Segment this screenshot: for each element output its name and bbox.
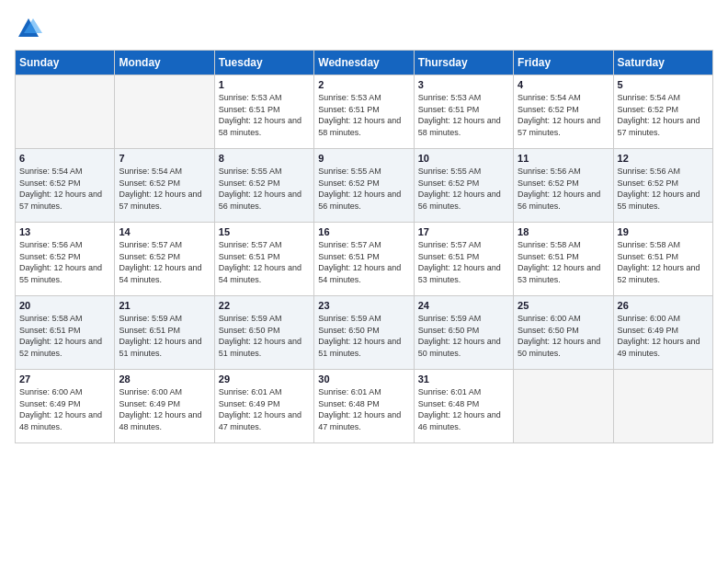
day-number: 21 — [119, 300, 210, 311]
calendar-cell: 1Sunrise: 5:53 AMSunset: 6:51 PMDaylight… — [214, 75, 313, 149]
day-info: Sunrise: 6:00 AMSunset: 6:50 PMDaylight:… — [518, 313, 609, 359]
day-number: 17 — [418, 226, 509, 237]
day-info: Sunrise: 5:58 AMSunset: 6:51 PMDaylight:… — [518, 239, 609, 285]
calendar-cell: 11Sunrise: 5:56 AMSunset: 6:52 PMDayligh… — [514, 149, 613, 223]
day-info: Sunrise: 6:01 AMSunset: 6:48 PMDaylight:… — [318, 386, 409, 432]
day-info: Sunrise: 5:58 AMSunset: 6:51 PMDaylight:… — [618, 239, 709, 285]
weekday-header-sunday: Sunday — [16, 51, 115, 75]
week-row-3: 13Sunrise: 5:56 AMSunset: 6:52 PMDayligh… — [16, 223, 713, 296]
day-info: Sunrise: 5:56 AMSunset: 6:52 PMDaylight:… — [518, 166, 609, 212]
week-row-2: 6Sunrise: 5:54 AMSunset: 6:52 PMDaylight… — [16, 149, 713, 223]
day-info: Sunrise: 5:53 AMSunset: 6:51 PMDaylight:… — [318, 92, 409, 138]
weekday-header-row: SundayMondayTuesdayWednesdayThursdayFrid… — [16, 51, 713, 75]
day-number: 13 — [19, 226, 110, 237]
day-number: 27 — [19, 373, 110, 385]
day-info: Sunrise: 5:54 AMSunset: 6:52 PMDaylight:… — [19, 166, 110, 212]
day-info: Sunrise: 5:56 AMSunset: 6:52 PMDaylight:… — [19, 239, 110, 285]
day-number: 5 — [618, 79, 709, 90]
calendar-cell: 30Sunrise: 6:01 AMSunset: 6:48 PMDayligh… — [314, 370, 414, 443]
calendar-cell — [16, 75, 115, 149]
day-info: Sunrise: 6:01 AMSunset: 6:48 PMDaylight:… — [418, 386, 509, 432]
calendar: SundayMondayTuesdayWednesdayThursdayFrid… — [15, 50, 713, 443]
calendar-cell: 29Sunrise: 6:01 AMSunset: 6:49 PMDayligh… — [214, 370, 313, 443]
day-number: 7 — [119, 153, 210, 164]
day-info: Sunrise: 5:59 AMSunset: 6:50 PMDaylight:… — [418, 313, 509, 359]
day-info: Sunrise: 5:59 AMSunset: 6:51 PMDaylight:… — [119, 313, 210, 359]
calendar-cell: 7Sunrise: 5:54 AMSunset: 6:52 PMDaylight… — [115, 149, 214, 223]
day-info: Sunrise: 5:54 AMSunset: 6:52 PMDaylight:… — [119, 166, 210, 212]
day-number: 11 — [518, 153, 609, 164]
calendar-cell: 26Sunrise: 6:00 AMSunset: 6:49 PMDayligh… — [613, 296, 712, 370]
day-info: Sunrise: 5:57 AMSunset: 6:51 PMDaylight:… — [418, 239, 509, 285]
day-info: Sunrise: 5:55 AMSunset: 6:52 PMDaylight:… — [418, 166, 509, 212]
day-info: Sunrise: 5:59 AMSunset: 6:50 PMDaylight:… — [219, 313, 310, 359]
day-number: 15 — [219, 226, 310, 237]
day-number: 8 — [219, 153, 310, 164]
logo-icon — [15, 15, 42, 42]
calendar-cell: 16Sunrise: 5:57 AMSunset: 6:51 PMDayligh… — [314, 223, 414, 296]
week-row-1: 1Sunrise: 5:53 AMSunset: 6:51 PMDaylight… — [16, 75, 713, 149]
day-info: Sunrise: 6:00 AMSunset: 6:49 PMDaylight:… — [19, 386, 110, 432]
day-number: 25 — [518, 300, 609, 311]
calendar-cell: 3Sunrise: 5:53 AMSunset: 6:51 PMDaylight… — [414, 75, 513, 149]
weekday-header-tuesday: Tuesday — [214, 51, 313, 75]
day-number: 1 — [219, 79, 310, 90]
day-info: Sunrise: 6:00 AMSunset: 6:49 PMDaylight:… — [618, 313, 709, 359]
calendar-cell: 27Sunrise: 6:00 AMSunset: 6:49 PMDayligh… — [16, 370, 115, 443]
calendar-cell: 20Sunrise: 5:58 AMSunset: 6:51 PMDayligh… — [16, 296, 115, 370]
day-number: 20 — [19, 300, 110, 311]
weekday-header-saturday: Saturday — [613, 51, 712, 75]
day-info: Sunrise: 5:57 AMSunset: 6:52 PMDaylight:… — [119, 239, 210, 285]
calendar-cell: 6Sunrise: 5:54 AMSunset: 6:52 PMDaylight… — [16, 149, 115, 223]
weekday-header-friday: Friday — [514, 51, 613, 75]
day-info: Sunrise: 5:54 AMSunset: 6:52 PMDaylight:… — [518, 92, 609, 138]
day-info: Sunrise: 5:55 AMSunset: 6:52 PMDaylight:… — [219, 166, 310, 212]
weekday-header-thursday: Thursday — [414, 51, 513, 75]
day-info: Sunrise: 5:58 AMSunset: 6:51 PMDaylight:… — [19, 313, 110, 359]
day-number: 26 — [618, 300, 709, 311]
week-row-4: 20Sunrise: 5:58 AMSunset: 6:51 PMDayligh… — [16, 296, 713, 370]
day-number: 14 — [119, 226, 210, 237]
day-number: 31 — [418, 373, 509, 385]
calendar-cell: 28Sunrise: 6:00 AMSunset: 6:49 PMDayligh… — [115, 370, 214, 443]
calendar-cell: 18Sunrise: 5:58 AMSunset: 6:51 PMDayligh… — [514, 223, 613, 296]
header — [15, 15, 713, 42]
calendar-cell: 12Sunrise: 5:56 AMSunset: 6:52 PMDayligh… — [613, 149, 712, 223]
calendar-cell: 21Sunrise: 5:59 AMSunset: 6:51 PMDayligh… — [115, 296, 214, 370]
day-number: 18 — [518, 226, 609, 237]
day-number: 6 — [19, 153, 110, 164]
logo — [15, 15, 46, 42]
day-number: 29 — [219, 373, 310, 385]
day-number: 30 — [318, 373, 409, 385]
day-number: 16 — [318, 226, 409, 237]
day-number: 10 — [418, 153, 509, 164]
calendar-cell — [613, 370, 712, 443]
calendar-cell: 2Sunrise: 5:53 AMSunset: 6:51 PMDaylight… — [314, 75, 414, 149]
calendar-cell: 23Sunrise: 5:59 AMSunset: 6:50 PMDayligh… — [314, 296, 414, 370]
day-info: Sunrise: 5:55 AMSunset: 6:52 PMDaylight:… — [318, 166, 409, 212]
calendar-cell: 5Sunrise: 5:54 AMSunset: 6:52 PMDaylight… — [613, 75, 712, 149]
calendar-cell: 14Sunrise: 5:57 AMSunset: 6:52 PMDayligh… — [115, 223, 214, 296]
calendar-cell: 10Sunrise: 5:55 AMSunset: 6:52 PMDayligh… — [414, 149, 513, 223]
day-info: Sunrise: 5:56 AMSunset: 6:52 PMDaylight:… — [618, 166, 709, 212]
calendar-cell: 8Sunrise: 5:55 AMSunset: 6:52 PMDaylight… — [214, 149, 313, 223]
day-info: Sunrise: 5:57 AMSunset: 6:51 PMDaylight:… — [318, 239, 409, 285]
calendar-cell: 19Sunrise: 5:58 AMSunset: 6:51 PMDayligh… — [613, 223, 712, 296]
day-info: Sunrise: 5:54 AMSunset: 6:52 PMDaylight:… — [618, 92, 709, 138]
day-number: 24 — [418, 300, 509, 311]
day-info: Sunrise: 5:59 AMSunset: 6:50 PMDaylight:… — [318, 313, 409, 359]
week-row-5: 27Sunrise: 6:00 AMSunset: 6:49 PMDayligh… — [16, 370, 713, 443]
day-number: 22 — [219, 300, 310, 311]
weekday-header-wednesday: Wednesday — [314, 51, 414, 75]
calendar-cell: 24Sunrise: 5:59 AMSunset: 6:50 PMDayligh… — [414, 296, 513, 370]
calendar-cell: 13Sunrise: 5:56 AMSunset: 6:52 PMDayligh… — [16, 223, 115, 296]
day-number: 2 — [318, 79, 409, 90]
day-number: 9 — [318, 153, 409, 164]
day-number: 3 — [418, 79, 509, 90]
calendar-cell — [115, 75, 214, 149]
calendar-cell: 9Sunrise: 5:55 AMSunset: 6:52 PMDaylight… — [314, 149, 414, 223]
day-info: Sunrise: 6:01 AMSunset: 6:49 PMDaylight:… — [219, 386, 310, 432]
day-number: 12 — [618, 153, 709, 164]
calendar-cell: 25Sunrise: 6:00 AMSunset: 6:50 PMDayligh… — [514, 296, 613, 370]
day-info: Sunrise: 5:53 AMSunset: 6:51 PMDaylight:… — [219, 92, 310, 138]
